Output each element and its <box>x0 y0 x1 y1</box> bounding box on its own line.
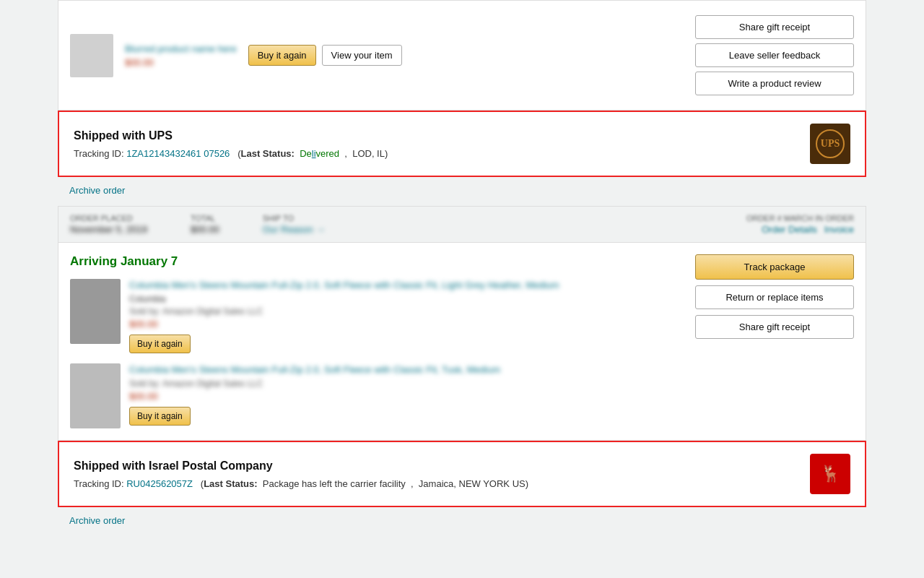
ups-shipping-box: Shipped with UPS Tracking ID: 1ZA1214343… <box>58 111 866 177</box>
product-brand-1: Columbia <box>129 294 559 304</box>
product-name-2[interactable]: Columbia Men's Steens Mountain Full-Zip … <box>129 363 500 376</box>
order-detail-links: Order Details Invoice <box>762 224 854 235</box>
second-order-header: ORDER PLACED November 5, 2019 TOTAL $00.… <box>58 207 866 243</box>
ups-shipping-info: Shipped with UPS Tracking ID: 1ZA1214343… <box>74 129 388 159</box>
top-order-left: Blurred product name here $00.00 Buy it … <box>70 34 402 77</box>
product-details-2: Columbia Men's Steens Mountain Full-Zip … <box>129 363 500 426</box>
ups-shipping-title: Shipped with UPS <box>74 129 388 142</box>
second-order-block: ORDER PLACED November 5, 2019 TOTAL $00.… <box>58 206 866 441</box>
return-replace-button[interactable]: Return or replace items <box>695 285 854 309</box>
product-price: $00.00 <box>125 57 237 68</box>
invoice-link[interactable]: Invoice <box>824 224 854 235</box>
buy-again-button-2[interactable]: Buy it again <box>129 407 191 426</box>
product-thumb-1 <box>70 279 121 344</box>
product-image <box>70 34 113 77</box>
order-header-shipto: SHIP TO Our Reason → <box>263 214 326 235</box>
product-row-1: Columbia Men's Steens Mountain Full-Zip … <box>70 279 684 353</box>
buy-again-button-1[interactable]: Buy it again <box>129 335 191 353</box>
top-order-row: Blurred product name here $00.00 Buy it … <box>70 8 854 103</box>
top-action-buttons: Buy it again View your item <box>248 45 402 66</box>
product-row-2: Columbia Men's Steens Mountain Full-Zip … <box>70 363 684 428</box>
israel-post-logo: 🦌 <box>810 454 850 494</box>
arriving-products: Columbia Men's Steens Mountain Full-Zip … <box>70 279 684 428</box>
top-order-section: Blurred product name here $00.00 Buy it … <box>58 0 866 111</box>
leave-feedback-button[interactable]: Leave seller feedback <box>695 43 854 67</box>
israel-shipping-box: Shipped with Israel Postal Company Track… <box>58 441 866 507</box>
arriving-title: Arriving January 7 <box>70 254 684 269</box>
arriving-main: Arriving January 7 Columbia Men's Steens… <box>70 254 684 428</box>
tracking-label: Tracking ID: <box>74 148 126 159</box>
order-placed-value: November 5, 2019 <box>70 224 147 235</box>
track-package-button[interactable]: Track package <box>695 254 854 280</box>
product-details-1: Columbia Men's Steens Mountain Full-Zip … <box>129 279 559 353</box>
share-gift-button[interactable]: Share gift receipt <box>695 315 854 339</box>
product-price-2: $00.00 <box>129 391 500 402</box>
product-seller-2: Sold by: Amazon Digital Sales LLC <box>129 379 500 389</box>
order-placed-label: ORDER PLACED <box>70 214 147 223</box>
buy-again-button[interactable]: Buy it again <box>248 45 316 66</box>
status-value: Delivered <box>300 148 339 159</box>
archive-order-link-2[interactable]: Archive order <box>69 515 125 526</box>
product-seller-1: Sold by: Amazon Digital Sales LLC <box>129 306 559 316</box>
ups-tracking-info: Tracking ID: 1ZA12143432461 07526 (Last … <box>74 148 388 159</box>
product-info: Blurred product name here $00.00 <box>125 43 237 68</box>
page-container: Blurred product name here $00.00 Buy it … <box>0 0 924 578</box>
order-shipto-value[interactable]: Our Reason → <box>263 224 326 235</box>
order-number-label: ORDER # MARCH IN ORDER <box>746 214 854 223</box>
product-price-1: $00.00 <box>129 319 559 329</box>
write-review-button[interactable]: Write a product review <box>695 72 854 95</box>
israel-tracking-label: Tracking ID: <box>74 478 126 489</box>
israel-shipping-info: Shipped with Israel Postal Company Track… <box>74 460 528 489</box>
right-action-buttons: Share gift receipt Leave seller feedback… <box>695 15 854 95</box>
order-total-value: $00.00 <box>191 224 219 235</box>
product-thumb-2 <box>70 363 121 428</box>
israel-status-value: Package has left the carrier facility <box>263 478 406 489</box>
ups-tracking-id[interactable]: 1ZA12143432461 07526 <box>126 148 230 159</box>
share-gift-receipt-button[interactable]: Share gift receipt <box>695 15 854 39</box>
order-shipto-label: SHIP TO <box>263 214 326 223</box>
view-item-button[interactable]: View your item <box>322 45 402 66</box>
order-header-placed: ORDER PLACED November 5, 2019 <box>70 214 147 235</box>
ups-logo-text: UPS <box>816 129 845 158</box>
israel-shipping-title: Shipped with Israel Postal Company <box>74 460 528 473</box>
israel-status-label: Last Status: <box>204 478 257 489</box>
deer-icon: 🦌 <box>821 465 840 483</box>
archive-order-link-1[interactable]: Archive order <box>69 185 125 196</box>
order-header-right: ORDER # MARCH IN ORDER Order Details Inv… <box>746 214 854 235</box>
archive-order-1: Archive order <box>58 181 866 199</box>
ups-logo: UPS <box>810 124 850 164</box>
arriving-section: Arriving January 7 Columbia Men's Steens… <box>58 243 866 440</box>
israel-tracking-info: Tracking ID: RU042562057Z (Last Status: … <box>74 478 528 489</box>
product-link[interactable]: Blurred product name here <box>125 43 237 54</box>
product-name-1[interactable]: Columbia Men's Steens Mountain Full-Zip … <box>129 279 559 292</box>
israel-location: Jamaica, NEW YORK US <box>419 478 526 489</box>
order-details-link[interactable]: Order Details <box>762 224 817 235</box>
order-header-total: TOTAL $00.00 <box>191 214 219 235</box>
archive-order-2: Archive order <box>58 512 866 529</box>
status-label: Last Status: <box>241 148 295 159</box>
ups-location: LOD, IL <box>352 148 385 159</box>
israel-tracking-id[interactable]: RU042562057Z <box>126 478 193 489</box>
order-total-label: TOTAL <box>191 214 219 223</box>
arriving-actions: Track package Return or replace items Sh… <box>695 254 854 339</box>
